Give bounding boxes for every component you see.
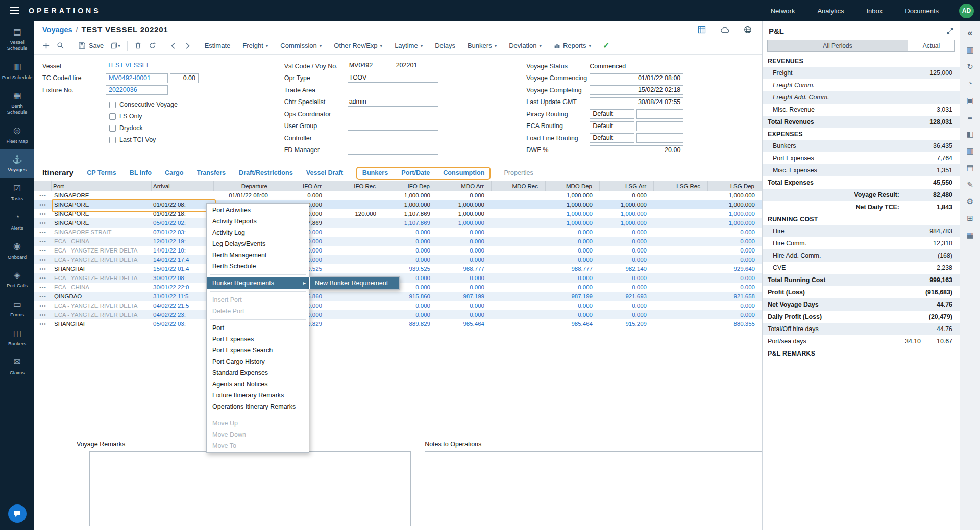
field-input[interactable]: 30/08/24 07:55	[590, 97, 683, 107]
settings-icon[interactable]: ⚙	[960, 193, 980, 210]
field-input[interactable]: MV0492	[348, 62, 391, 70]
arrival-cell[interactable]: 01/01/22 18:	[152, 211, 214, 217]
bunker-cell[interactable]: 1,000.000	[708, 220, 762, 226]
bunker-cell[interactable]: 0.000	[600, 247, 654, 254]
port-cell[interactable]: ECA - YANGTZE RIVER DELTA	[52, 247, 152, 254]
bunker-cell[interactable]: 0.000	[708, 257, 762, 263]
context-menu-item-port-expense-search[interactable]: Port Expense Search	[207, 345, 309, 356]
calculator-icon[interactable]: ▦	[960, 226, 980, 243]
field-input[interactable]: 01/01/22 08:00	[590, 73, 683, 83]
copy-button[interactable]: ▾	[110, 42, 120, 49]
bunker-cell[interactable]: 1,000.000	[708, 211, 762, 217]
context-menu-item-berth-management[interactable]: Berth Management	[207, 249, 309, 261]
bunker-cell[interactable]: 0.000	[546, 312, 600, 318]
port-cell[interactable]: ECA - YANGTZE RIVER DELTA	[52, 312, 152, 318]
toolbar-menu-deviation[interactable]: Deviation▾	[509, 42, 542, 49]
bunker-cell[interactable]: 0.000	[708, 238, 762, 244]
port-cell[interactable]: SHANGHAI	[52, 321, 152, 327]
bunker-cell[interactable]: 0.000	[708, 284, 762, 290]
column-header-lsg-dep[interactable]: LSG Dep	[708, 181, 762, 191]
bunker-cell[interactable]: 0.000	[383, 302, 437, 309]
tab-transfers[interactable]: Transfers	[197, 169, 226, 176]
bunker-cell[interactable]: 1,000.000	[437, 211, 492, 217]
bunker-cell[interactable]: 1,107.869	[383, 220, 437, 226]
bunker-cell[interactable]: 0.000	[600, 302, 654, 309]
column-header-ifo-dep[interactable]: IFO Dep	[383, 181, 437, 191]
port-cell[interactable]: SINGAPORE STRAIT	[52, 229, 152, 235]
arrival-cell[interactable]: 12/01/22 19:	[152, 238, 214, 244]
row-menu-button[interactable]: •••	[34, 275, 52, 281]
bunker-cell[interactable]: 0.000	[546, 275, 600, 281]
port-cell[interactable]: SINGAPORE	[52, 201, 152, 208]
report-doc-icon[interactable]: ▤	[960, 159, 980, 176]
bunker-cell[interactable]: 1,000.000	[600, 211, 654, 217]
arrival-cell[interactable]: 14/01/22 17:4	[152, 257, 214, 263]
arrival-cell[interactable]: 31/01/22 11:5	[152, 293, 214, 299]
toolbar-menu-laytime[interactable]: Laytime▾	[395, 42, 423, 49]
bunker-cell[interactable]: 985.464	[437, 321, 492, 327]
bunker-cell[interactable]: 0.000	[437, 302, 492, 309]
sidebar-item-berth-schedule[interactable]: ▦Berth Schedule	[0, 85, 34, 120]
bunker-cell[interactable]: 0.000	[600, 257, 654, 263]
bunker-cell[interactable]: 0.000	[600, 275, 654, 281]
bunker-cell[interactable]: 0.000	[437, 275, 492, 281]
sidebar-item-vessel-schedule[interactable]: ▤Vessel Schedule	[0, 21, 34, 56]
context-menu-item-agents-and-notices[interactable]: Agents and Notices	[207, 378, 309, 390]
column-header-ifo-rec[interactable]: IFO Rec	[329, 181, 383, 191]
bunker-cell[interactable]: 0.000	[600, 229, 654, 235]
add-button[interactable]	[42, 42, 50, 49]
field-input[interactable]: 20.00	[590, 145, 683, 155]
bunker-cell[interactable]: 1,000.000	[437, 201, 492, 208]
context-menu-item-activity-reports[interactable]: Activity Reports	[207, 216, 309, 227]
field-input[interactable]	[348, 146, 438, 155]
bunker-cell[interactable]: 0.000	[437, 192, 492, 198]
bunker-cell[interactable]: 0.000	[546, 238, 600, 244]
table-grid-icon[interactable]: ⊞	[960, 210, 980, 226]
column-header-lsg-rec[interactable]: LSG Rec	[654, 181, 708, 191]
hamburger-menu-icon[interactable]	[0, 7, 29, 14]
arrival-cell[interactable]: 14/01/22 10:	[152, 247, 214, 254]
submenu-item-new-bunker-requirement[interactable]: New Bunker Requirement	[310, 277, 399, 289]
bunker-cell[interactable]: 1,000.000	[600, 220, 654, 226]
next-voyage-button[interactable]	[184, 42, 191, 49]
bunker-cell[interactable]: 921.693	[600, 293, 654, 299]
toolbar-menu-estimate[interactable]: Estimate	[205, 42, 231, 49]
bunker-cell[interactable]: 939.525	[383, 266, 437, 272]
column-header-lsg-arr[interactable]: LSG Arr	[600, 181, 654, 191]
save-button-label[interactable]: Save	[89, 42, 104, 49]
context-menu-item-berth-schedule[interactable]: Berth Schedule	[207, 261, 309, 272]
tc-code-field[interactable]: MV0492-I0001	[106, 73, 168, 83]
row-menu-button[interactable]: •••	[34, 266, 52, 272]
sidebar-item-forms[interactable]: ▭Forms	[0, 294, 34, 323]
bunker-cell[interactable]: 0.000	[383, 238, 437, 244]
bunker-cell[interactable]: 0.000	[437, 229, 492, 235]
column-header-departure[interactable]: Departure	[214, 181, 275, 191]
port-cell[interactable]: ECA - CHINA	[52, 284, 152, 290]
field-input[interactable]	[636, 133, 683, 143]
bunker-cell[interactable]: 1,000.000	[600, 201, 654, 208]
toolbar-menu-delays[interactable]: Delays	[435, 42, 455, 49]
grid-view-icon[interactable]	[698, 26, 706, 34]
field-input[interactable]	[348, 134, 438, 142]
checkbox-ls-only[interactable]: LS Only	[109, 111, 284, 122]
context-menu-item-operations-itinerary-remarks[interactable]: Operations Itinerary Remarks	[207, 401, 309, 412]
row-menu-button[interactable]: •••	[34, 220, 52, 226]
toolbar-menu-bunkers[interactable]: Bunkers▾	[468, 42, 497, 49]
tab-bunkers[interactable]: Bunkers	[362, 169, 388, 176]
bunker-cell[interactable]: 0.000	[383, 229, 437, 235]
split-view-icon[interactable]: ◧	[960, 125, 980, 142]
arrival-cell[interactable]: 04/02/22 23:	[152, 312, 214, 318]
bunker-cell[interactable]: 0.000	[708, 229, 762, 235]
field-select[interactable]: Default	[590, 109, 634, 119]
bunker-cell[interactable]: 988.777	[546, 266, 600, 272]
context-menu-item-port-cargo-history[interactable]: Port Cargo History	[207, 356, 309, 367]
bunker-cell[interactable]: 0.000	[708, 312, 762, 318]
departure-cell[interactable]: 01/01/22 08:00	[214, 192, 275, 198]
row-menu-button[interactable]: •••	[34, 248, 52, 254]
row-menu-button[interactable]: •••	[34, 230, 52, 235]
port-cell[interactable]: QINGDAO	[52, 293, 152, 299]
save-button[interactable]	[78, 42, 86, 49]
sidebar-item-alerts[interactable]: ◔Alerts	[0, 207, 34, 236]
bunker-cell[interactable]: 0.000	[546, 302, 600, 309]
bunker-cell[interactable]: 915.860	[383, 293, 437, 299]
